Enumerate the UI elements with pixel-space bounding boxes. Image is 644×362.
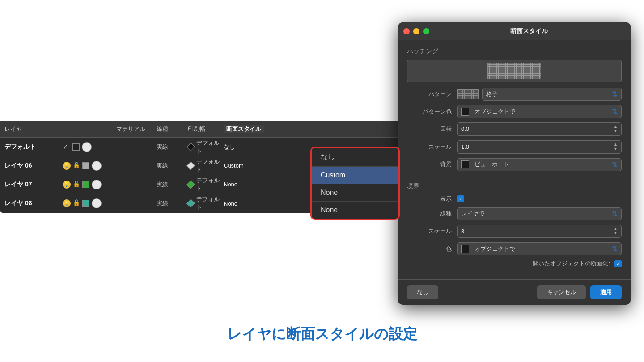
- layer-sectionstyle-06: Custom: [224, 162, 282, 169]
- boundary-scale-input[interactable]: 3 ▲ ▼: [457, 225, 622, 238]
- stepper-down[interactable]: ▼: [614, 231, 618, 236]
- boundary-scale-row: スケール 3 ▲ ▼: [407, 225, 622, 238]
- minimize-button[interactable]: [413, 28, 419, 34]
- color-label: 色: [407, 245, 452, 253]
- dialog-footer: なし キャンセル 適用: [398, 279, 631, 305]
- col-header-layer: レイヤ: [4, 125, 63, 133]
- pattern-control: 格子 ⇅: [457, 88, 622, 101]
- linetype-label: 線種: [407, 210, 452, 218]
- layer-icons-06: 💡 🔓: [63, 161, 116, 171]
- dialog-titlebar: 断面スタイル: [398, 22, 631, 40]
- show-control: ✓: [457, 195, 622, 202]
- scale-row: スケール 1.0 ▲ ▼: [407, 140, 622, 154]
- lock-icon: 🔓: [73, 181, 80, 189]
- hatching-heading: ハッチング: [407, 47, 622, 55]
- layer-name-07: レイヤ 07: [4, 181, 63, 189]
- stepper-down[interactable]: ▼: [614, 147, 618, 152]
- background-control: ビューポート ⇅: [457, 158, 622, 171]
- boundary-heading: 境界: [407, 182, 622, 190]
- rotation-label: 回転: [407, 125, 452, 133]
- layer-sectionstyle-07: None: [224, 181, 282, 188]
- rotation-input[interactable]: 0.0 ▲ ▼: [457, 122, 622, 136]
- layer-icons-07: 💡 🔓: [63, 180, 116, 189]
- chevron-icon: ⇅: [612, 244, 618, 253]
- dialog-title: 断面スタイル: [433, 27, 625, 35]
- pattern-color-row: パターン色 オブジェクトで ⇅: [407, 105, 622, 118]
- pattern-color-select[interactable]: オブジェクトで ⇅: [457, 105, 622, 118]
- layer-linetype-08: 実線: [157, 199, 188, 207]
- layer-printwidth-08: デフォルト: [188, 195, 224, 211]
- color-row: 色 オブジェクトで ⇅: [407, 242, 622, 255]
- close-button[interactable]: [403, 28, 410, 34]
- hatching-pattern-display: [487, 63, 541, 79]
- pattern-color-label: パターン色: [407, 108, 452, 116]
- open-object-label: 開いたオブジェクトの断面化:: [407, 260, 610, 268]
- color-swatch-white: [82, 142, 92, 152]
- show-checkbox[interactable]: ✓: [457, 195, 464, 202]
- open-object-row: 開いたオブジェクトの断面化: ✓: [407, 260, 622, 268]
- pattern-label: パターン: [407, 90, 452, 98]
- cancel-button[interactable]: キャンセル: [537, 285, 586, 299]
- color-swatch-gray: [82, 162, 89, 169]
- popup-item-custom[interactable]: Custom: [312, 167, 398, 184]
- col-header-sectionstyle: 断面スタイル: [224, 125, 282, 133]
- pattern-select[interactable]: 格子 ⇅: [482, 88, 622, 101]
- open-object-checkbox[interactable]: ✓: [614, 260, 622, 267]
- section-style-popup[interactable]: なし Custom None None: [310, 147, 400, 220]
- popup-item-none-1[interactable]: None: [312, 184, 398, 202]
- pattern-color-swatch: [461, 108, 469, 116]
- rotation-control: 0.0 ▲ ▼: [457, 122, 622, 136]
- scale-stepper[interactable]: ▲ ▼: [614, 143, 618, 152]
- layer-linetype-07: 実線: [157, 181, 188, 189]
- lock-icon: 🔓: [73, 199, 80, 207]
- layer-sectionstyle-08: None: [224, 200, 282, 207]
- scale-label: スケール: [407, 143, 452, 151]
- pattern-row: パターン 格子 ⇅: [407, 88, 622, 101]
- layer-icons-default: ✓: [63, 142, 116, 152]
- stepper-down[interactable]: ▼: [614, 129, 618, 134]
- color-control: オブジェクトで ⇅: [457, 242, 622, 255]
- color-swatch-black: [72, 143, 80, 151]
- boundary-scale-stepper[interactable]: ▲ ▼: [614, 227, 618, 236]
- background-swatch: [461, 160, 469, 168]
- diamond-icon: [186, 180, 195, 189]
- color-swatch-teal: [82, 200, 89, 207]
- bulb-icon: 💡: [63, 199, 71, 207]
- layer-name-06: レイヤ 06: [4, 162, 63, 170]
- background-select[interactable]: ビューポート ⇅: [457, 158, 622, 171]
- layer-sectionstyle-default: なし: [224, 143, 282, 151]
- linetype-select[interactable]: レイヤで ⇅: [457, 207, 622, 220]
- background-row: 背景 ビューポート ⇅: [407, 158, 622, 171]
- layer-table-header: レイヤ マテリアル 線種 印刷幅 断面スタイル: [0, 121, 402, 138]
- check-icon: ✓: [63, 143, 68, 151]
- color-swatch-green: [82, 181, 89, 188]
- color-swatch-white: [92, 180, 102, 189]
- bulb-icon: 💡: [63, 181, 71, 189]
- pattern-color-control: オブジェクトで ⇅: [457, 105, 622, 118]
- pattern-preview-swatch: [457, 89, 479, 99]
- scale-input[interactable]: 1.0 ▲ ▼: [457, 140, 622, 154]
- linetype-control: レイヤで ⇅: [457, 207, 622, 220]
- background-label: 背景: [407, 160, 452, 168]
- layer-name-default: デフォルト: [4, 143, 63, 151]
- chevron-icon: ⇅: [612, 160, 618, 169]
- divider: [407, 177, 622, 177]
- none-button[interactable]: なし: [407, 285, 438, 299]
- layer-printwidth-06: デフォルト: [188, 158, 224, 174]
- rotation-stepper[interactable]: ▲ ▼: [614, 125, 618, 134]
- color-select[interactable]: オブジェクトで ⇅: [457, 242, 622, 255]
- diamond-icon: [186, 143, 195, 151]
- bottom-caption: レイヤに断面スタイルの設定: [0, 324, 644, 344]
- maximize-button[interactable]: [423, 28, 429, 34]
- popup-item-none-2[interactable]: None: [312, 202, 398, 219]
- layer-linetype-06: 実線: [157, 162, 188, 170]
- boundary-scale-control: 3 ▲ ▼: [457, 225, 622, 238]
- color-swatch-white: [92, 198, 102, 208]
- col-header-material: マテリアル: [116, 125, 157, 133]
- popup-item-nashi[interactable]: なし: [312, 148, 398, 167]
- show-label: 表示: [407, 195, 452, 203]
- color-swatch: [461, 245, 469, 253]
- show-row: 表示 ✓: [407, 195, 622, 203]
- apply-button[interactable]: 適用: [590, 285, 622, 299]
- layer-printwidth-07: デフォルト: [188, 177, 224, 193]
